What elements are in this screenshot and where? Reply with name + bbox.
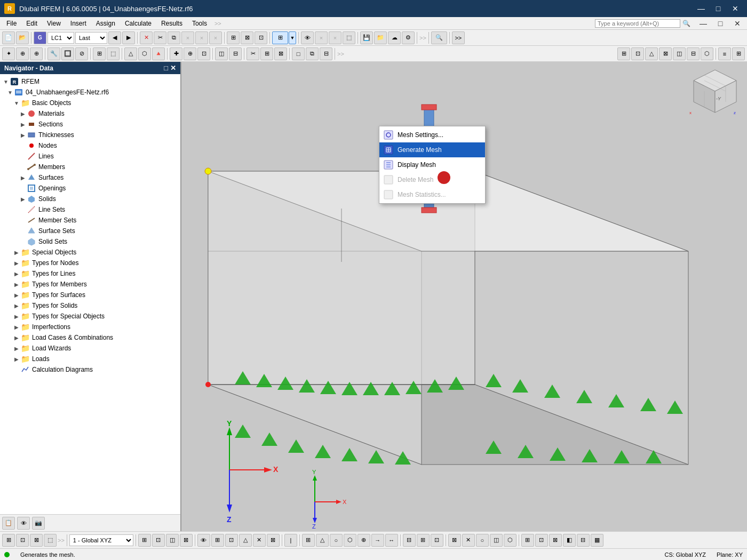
tb2-9[interactable]: △: [124, 47, 137, 60]
tb-new[interactable]: 📄: [2, 31, 15, 44]
tb-save[interactable]: 💾: [360, 31, 373, 44]
tree-surface-sets[interactable]: ▶ Surface Sets: [0, 226, 180, 236]
tb2-r4[interactable]: ⊠: [659, 47, 672, 60]
tree-rfem[interactable]: ▼ R RFEM: [0, 76, 180, 87]
tb2-16[interactable]: ⊟: [229, 47, 242, 60]
tree-special-objects[interactable]: ▶ 📁 Special Objects: [0, 247, 180, 258]
tb-delete[interactable]: ✕: [140, 31, 153, 44]
bt-29[interactable]: ◫: [490, 534, 503, 547]
menu-edit[interactable]: Edit: [22, 19, 42, 28]
tb2-r2[interactable]: ⊡: [631, 47, 644, 60]
spec-toggle[interactable]: ▶: [13, 249, 20, 256]
tb2-17[interactable]: ✂: [247, 47, 259, 60]
tree-members[interactable]: ▶ Members: [0, 162, 180, 172]
tb-xxx1[interactable]: ×: [181, 31, 194, 44]
tree-solid-sets[interactable]: ▶ Solid Sets: [0, 236, 180, 247]
bt-32[interactable]: ⊡: [535, 534, 548, 547]
tree-member-sets[interactable]: ▶ Member Sets: [0, 215, 180, 226]
tb-render[interactable]: ⬚: [343, 31, 355, 44]
bt-10[interactable]: ⊞: [211, 534, 224, 547]
bt-1[interactable]: ⊞: [2, 534, 15, 547]
tb2-r9[interactable]: ⊞: [732, 47, 745, 60]
tn-toggle[interactable]: ▶: [13, 259, 20, 267]
bt-12[interactable]: △: [239, 534, 252, 547]
tree-line-sets[interactable]: ▶ Line Sets: [0, 204, 180, 215]
menu-tools[interactable]: Tools: [188, 19, 211, 28]
tree-types-members[interactable]: ▶ 📁 Types for Members: [0, 279, 180, 290]
menu-assign[interactable]: Assign: [92, 19, 120, 28]
search-icon[interactable]: 🔍: [682, 20, 690, 27]
tree-types-special[interactable]: ▶ 📁 Types for Special Objects: [0, 311, 180, 322]
bt-27[interactable]: ✕: [462, 534, 475, 547]
bt-24[interactable]: ⊞: [417, 534, 430, 547]
tb2-r5[interactable]: ◫: [673, 47, 686, 60]
bt-8[interactable]: ⊠: [180, 534, 193, 547]
tb-load-type[interactable]: Last: [75, 32, 107, 44]
tb-open[interactable]: 📂: [16, 31, 29, 44]
sec-toggle[interactable]: ▶: [19, 121, 27, 128]
bt-21[interactable]: →: [371, 534, 384, 547]
menu-expand[interactable]: >>: [212, 20, 224, 27]
file-toggle[interactable]: ▼: [6, 89, 14, 96]
bt-13[interactable]: ✕: [253, 534, 266, 547]
tb-folder2[interactable]: 📁: [374, 31, 387, 44]
tb2-15[interactable]: ◫: [215, 47, 228, 60]
tree-calc-diagrams[interactable]: ▶ Calculation Diagrams: [0, 364, 180, 375]
bt-22[interactable]: ↔: [385, 534, 398, 547]
tree-load-cases[interactable]: ▶ 📁 Load Cases & Combinations: [0, 332, 180, 343]
tb2-21[interactable]: ⧉: [306, 47, 319, 60]
tb2-22[interactable]: ⊟: [320, 47, 332, 60]
tb-next[interactable]: ▶: [122, 31, 135, 44]
panel-restore[interactable]: □: [713, 18, 728, 29]
tree-basic-objects[interactable]: ▼ 📁 Basic Objects: [0, 98, 180, 108]
tree-nodes[interactable]: ▶ Nodes: [0, 140, 180, 151]
lw-toggle[interactable]: ▶: [13, 345, 20, 352]
nav-close[interactable]: ✕: [170, 64, 176, 72]
tb2-r3[interactable]: △: [645, 47, 658, 60]
bt-coord-select[interactable]: 1 - Global XYZ: [69, 534, 133, 546]
bt-7[interactable]: ◫: [166, 534, 179, 547]
tb2-12[interactable]: ✚: [170, 47, 182, 60]
tree-surfaces[interactable]: ▶ Surfaces: [0, 172, 180, 183]
tb-mesh-arrow[interactable]: ▼: [289, 31, 296, 44]
tree-materials[interactable]: ▶ Materials: [0, 108, 180, 119]
tb2-19[interactable]: ⊠: [274, 47, 287, 60]
menu-results[interactable]: Results: [157, 19, 187, 28]
tb2-18[interactable]: ⊞: [260, 47, 273, 60]
tb2-14[interactable]: ⊡: [197, 47, 210, 60]
tm-toggle[interactable]: ▶: [13, 281, 20, 288]
tree-openings[interactable]: ▶ Openings: [0, 183, 180, 194]
panel-minimize[interactable]: —: [696, 18, 711, 29]
tb2-r8[interactable]: ≡: [718, 47, 731, 60]
tree-types-solids[interactable]: ▶ 📁 Types for Solids: [0, 300, 180, 311]
tb2-r7[interactable]: ⬡: [701, 47, 713, 60]
bt-31[interactable]: ⊞: [521, 534, 534, 547]
tb2-8[interactable]: ⬚: [107, 47, 120, 60]
tb-settings[interactable]: ⚙: [402, 31, 415, 44]
tb-prev[interactable]: ◀: [108, 31, 121, 44]
tb-mesh-icon[interactable]: ⊞: [272, 31, 288, 44]
tl-toggle[interactable]: ▶: [13, 270, 20, 277]
nav-cam-btn[interactable]: 📷: [32, 517, 45, 530]
tb-cut[interactable]: ✂: [154, 31, 166, 44]
tree-solids[interactable]: ▶ Solids: [0, 194, 180, 204]
bt-26[interactable]: ⊠: [448, 534, 461, 547]
bt-11[interactable]: ⊡: [225, 534, 238, 547]
basic-toggle[interactable]: ▼: [13, 99, 20, 107]
tb2-1[interactable]: ✦: [2, 47, 15, 60]
bt-6[interactable]: ⊡: [152, 534, 165, 547]
tree-file[interactable]: ▼ 04_UnabhaengesFE-Netz.rf6: [0, 87, 180, 98]
bt-5[interactable]: ⊞: [138, 534, 151, 547]
viewport[interactable]: Y X Z Y X Z: [181, 62, 747, 531]
rfem-toggle[interactable]: ▼: [2, 78, 10, 85]
ctx-mesh-settings[interactable]: Mesh Settings...: [379, 127, 485, 142]
tb2-11[interactable]: 🔺: [152, 47, 165, 60]
menu-insert[interactable]: Insert: [66, 19, 91, 28]
ctx-display-mesh[interactable]: Display Mesh: [379, 157, 485, 172]
tree-sections[interactable]: ▶ Sections: [0, 119, 180, 130]
ts-toggle[interactable]: ▶: [13, 291, 20, 299]
tb-zoom[interactable]: 🔍: [431, 31, 447, 44]
panel-close[interactable]: ✕: [730, 18, 745, 29]
tree-types-surfaces[interactable]: ▶ 📁 Types for Surfaces: [0, 290, 180, 300]
bt-15[interactable]: |: [284, 534, 297, 547]
